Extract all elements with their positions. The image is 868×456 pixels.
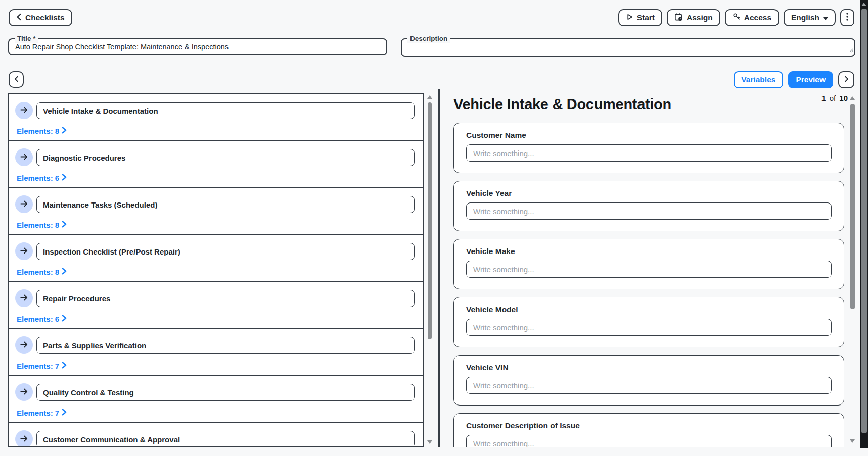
start-button[interactable]: Start bbox=[618, 9, 662, 26]
assign-button-label: Assign bbox=[687, 13, 713, 22]
right-scrollbar-thumb[interactable] bbox=[850, 104, 855, 309]
title-input[interactable] bbox=[9, 39, 386, 54]
section-elements-link[interactable]: Elements: 6 bbox=[17, 174, 67, 182]
elements-link-label: Elements: 7 bbox=[17, 362, 59, 370]
field-text-input[interactable] bbox=[466, 144, 832, 162]
pager-current: 1 bbox=[821, 94, 826, 103]
chevron-right-icon bbox=[844, 75, 849, 84]
field-label: Vehicle VIN bbox=[466, 363, 832, 372]
page-scrollbar-thumb[interactable] bbox=[861, 9, 867, 433]
field-text-input[interactable] bbox=[466, 377, 832, 394]
chevron-right-icon bbox=[62, 362, 67, 370]
section-elements-link[interactable]: Elements: 7 bbox=[17, 409, 67, 417]
section-title-input[interactable]: Customer Communication & Approval bbox=[36, 431, 415, 447]
back-button-label: Checklists bbox=[25, 13, 65, 22]
variables-button[interactable]: Variables bbox=[734, 71, 783, 88]
preview-button-label: Preview bbox=[796, 75, 826, 84]
preview-fields-list: Customer Name Vehicle Year Vehicle Make … bbox=[453, 123, 844, 447]
open-section-button[interactable] bbox=[15, 195, 33, 213]
play-icon bbox=[626, 13, 633, 23]
section-list-item: Quality Control & Testing Elements: 7 bbox=[9, 376, 423, 423]
key-icon bbox=[733, 13, 741, 23]
field-label: Customer Name bbox=[466, 131, 832, 140]
open-section-button[interactable] bbox=[15, 289, 33, 307]
preview-toolbar: Variables Preview bbox=[734, 71, 854, 88]
chevron-right-icon bbox=[62, 174, 67, 182]
more-options-button[interactable] bbox=[840, 9, 854, 26]
left-scrollbar-thumb[interactable] bbox=[428, 102, 432, 339]
checklist-editor-page: Checklists Start Assign bbox=[0, 0, 868, 456]
assign-button[interactable]: Assign bbox=[667, 9, 720, 26]
field-text-input[interactable] bbox=[466, 435, 832, 447]
section-elements-link[interactable]: Elements: 8 bbox=[17, 127, 67, 135]
description-field-label: Description bbox=[407, 34, 450, 43]
preview-field-card: Customer Description of Issue bbox=[453, 413, 844, 447]
open-section-button[interactable] bbox=[15, 383, 33, 401]
open-section-button[interactable] bbox=[15, 430, 33, 447]
open-section-button[interactable] bbox=[15, 242, 33, 260]
open-section-button[interactable] bbox=[15, 336, 33, 354]
section-title-input[interactable]: Repair Procedures bbox=[36, 290, 415, 307]
preview-section-title: Vehicle Intake & Documentation bbox=[453, 95, 844, 113]
back-to-checklists-button[interactable]: Checklists bbox=[9, 9, 72, 26]
section-elements-link[interactable]: Elements: 7 bbox=[17, 362, 67, 370]
preview-field-card: Vehicle Model bbox=[453, 297, 844, 347]
elements-link-label: Elements: 6 bbox=[17, 174, 59, 182]
caret-down-icon bbox=[823, 13, 828, 22]
section-title-input[interactable]: Vehicle Intake & Documentation bbox=[36, 102, 415, 119]
chevron-left-icon bbox=[16, 13, 22, 23]
preview-field-card: Vehicle Make bbox=[453, 239, 844, 289]
section-elements-link[interactable]: Elements: 6 bbox=[17, 315, 67, 323]
collapse-panel-button[interactable] bbox=[9, 71, 24, 88]
preview-field-card: Vehicle VIN bbox=[453, 355, 844, 406]
elements-link-label: Elements: 8 bbox=[17, 221, 59, 229]
field-text-input[interactable] bbox=[466, 261, 832, 278]
section-list-item: Repair Procedures Elements: 6 bbox=[9, 282, 423, 329]
field-label: Vehicle Model bbox=[466, 305, 832, 314]
section-elements-link[interactable]: Elements: 8 bbox=[17, 268, 67, 276]
arrow-right-icon bbox=[19, 199, 29, 210]
left-scrollbar-up-arrow[interactable] bbox=[427, 95, 432, 99]
title-field-label: Title * bbox=[15, 34, 38, 43]
section-pager: 1 of 10 bbox=[821, 94, 848, 103]
section-title-input[interactable]: Diagnostic Procedures bbox=[36, 149, 415, 166]
variables-button-label: Variables bbox=[741, 75, 775, 84]
right-scrollbar-down-arrow[interactable] bbox=[850, 439, 855, 443]
language-select-button[interactable]: English bbox=[784, 9, 836, 26]
left-scrollbar-down-arrow[interactable] bbox=[427, 440, 432, 444]
title-field: Title * bbox=[8, 38, 387, 55]
section-title-input[interactable]: Quality Control & Testing bbox=[36, 384, 415, 401]
section-title-input[interactable]: Maintenance Tasks (Scheduled) bbox=[36, 196, 415, 213]
arrow-right-icon bbox=[19, 434, 29, 445]
chevron-left-icon bbox=[14, 75, 19, 84]
open-section-button[interactable] bbox=[15, 102, 33, 119]
section-list-item: Customer Communication & Approval bbox=[9, 423, 423, 447]
section-title-input[interactable]: Inspection Checklist (Pre/Post Repair) bbox=[36, 243, 415, 260]
section-list-item: Diagnostic Procedures Elements: 6 bbox=[9, 141, 423, 188]
description-field: Description bbox=[401, 38, 855, 57]
elements-link-label: Elements: 8 bbox=[17, 127, 59, 135]
arrow-right-icon bbox=[19, 246, 29, 257]
section-title-input[interactable]: Parts & Supplies Verification bbox=[36, 337, 415, 354]
field-text-input[interactable] bbox=[466, 202, 832, 220]
access-button[interactable]: Access bbox=[725, 9, 779, 26]
preview-field-card: Customer Name bbox=[453, 123, 844, 173]
section-list-item: Maintenance Tasks (Scheduled) Elements: … bbox=[9, 188, 423, 235]
chevron-right-icon bbox=[62, 221, 67, 229]
calendar-clock-icon bbox=[674, 13, 683, 23]
description-input[interactable] bbox=[402, 39, 854, 56]
chevron-right-icon bbox=[62, 315, 67, 323]
access-button-label: Access bbox=[744, 13, 771, 22]
field-label: Vehicle Year bbox=[466, 189, 832, 198]
open-section-button[interactable] bbox=[15, 148, 33, 166]
section-elements-link[interactable]: Elements: 8 bbox=[17, 221, 67, 229]
field-text-input[interactable] bbox=[466, 319, 832, 336]
arrow-right-icon bbox=[19, 105, 29, 116]
right-scrollbar-up-arrow[interactable] bbox=[850, 96, 855, 100]
next-section-button[interactable] bbox=[838, 71, 854, 88]
topbar-actions: Start Assign Access bbox=[618, 9, 854, 26]
chevron-right-icon bbox=[62, 409, 67, 417]
page-scrollbar-up-arrow[interactable] bbox=[861, 3, 866, 6]
preview-button[interactable]: Preview bbox=[788, 71, 833, 88]
panel-divider bbox=[438, 89, 440, 447]
